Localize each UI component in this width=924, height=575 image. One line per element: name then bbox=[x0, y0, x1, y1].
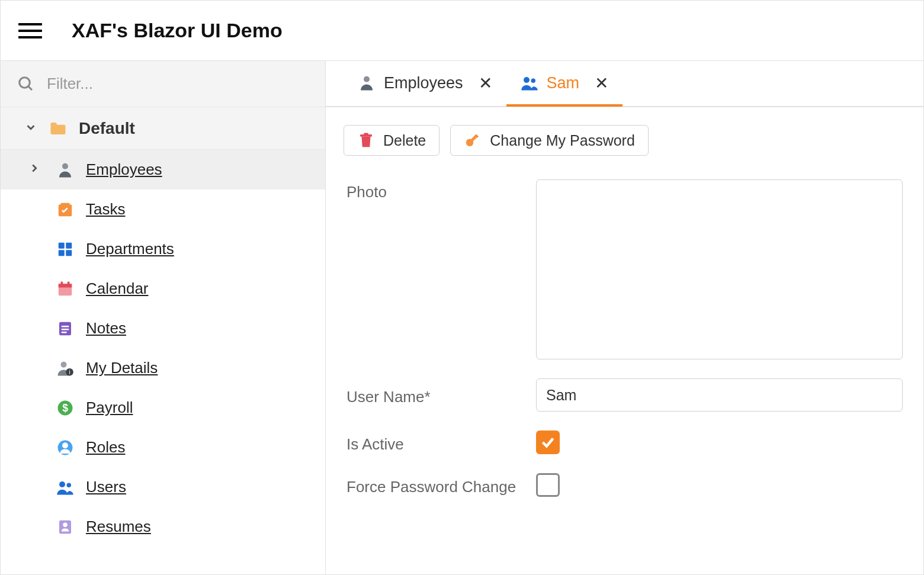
app-title: XAF's Blazor UI Demo bbox=[72, 19, 283, 42]
folder-icon bbox=[49, 120, 67, 137]
sidebar-item-label: My Details bbox=[86, 359, 158, 377]
is-active-label: Is Active bbox=[346, 432, 518, 454]
resume-icon bbox=[56, 518, 74, 536]
svg-rect-10 bbox=[59, 284, 72, 287]
sidebar: Default Employees Tasks Departments Cale… bbox=[1, 61, 326, 574]
svg-point-17 bbox=[61, 361, 67, 367]
sidebar-item-resumes[interactable]: Resumes bbox=[1, 507, 325, 547]
photo-field[interactable] bbox=[536, 179, 903, 359]
svg-line-1 bbox=[28, 86, 32, 89]
notes-icon bbox=[56, 320, 74, 338]
calendar-icon bbox=[56, 280, 74, 298]
tasks-icon bbox=[56, 201, 74, 219]
sidebar-item-notes[interactable]: Notes bbox=[1, 309, 325, 348]
chevron-right-icon bbox=[28, 160, 41, 179]
svg-point-24 bbox=[59, 481, 65, 487]
svg-point-25 bbox=[67, 483, 72, 487]
sidebar-item-label: Resumes bbox=[86, 518, 151, 536]
tab-label: Employees bbox=[384, 74, 463, 92]
tab-label: Sam bbox=[547, 74, 580, 92]
force-password-label: Force Password Change bbox=[346, 474, 518, 496]
sidebar-item-label: Departments bbox=[86, 240, 174, 258]
detail-form: Photo User Name* Is Active Force Passwor… bbox=[326, 162, 923, 515]
chevron-down-icon bbox=[24, 119, 37, 138]
tab-bar: Employees ✕ Sam ✕ bbox=[326, 61, 923, 107]
sidebar-item-label: Employees bbox=[86, 160, 162, 179]
svg-rect-12 bbox=[68, 281, 70, 285]
filter-bar bbox=[1, 61, 325, 107]
svg-text:i: i bbox=[69, 369, 70, 375]
svg-rect-11 bbox=[61, 281, 63, 285]
tab-employees[interactable]: Employees ✕ bbox=[344, 62, 506, 107]
toolbar: Delete Change My Password bbox=[326, 107, 923, 162]
sidebar-item-label: Payroll bbox=[86, 399, 133, 417]
svg-point-30 bbox=[531, 79, 535, 83]
is-active-checkbox[interactable] bbox=[536, 431, 560, 454]
button-label: Change My Password bbox=[490, 132, 635, 149]
sidebar-item-label: Calendar bbox=[86, 280, 149, 298]
sidebar-item-employees[interactable]: Employees bbox=[1, 150, 325, 189]
search-icon bbox=[17, 75, 35, 93]
close-icon[interactable]: ✕ bbox=[479, 73, 492, 93]
nav-group-label: Default bbox=[79, 119, 135, 138]
button-label: Delete bbox=[383, 132, 426, 149]
svg-point-2 bbox=[62, 163, 68, 169]
username-label: User Name* bbox=[346, 384, 518, 406]
users-icon bbox=[521, 74, 538, 92]
svg-rect-32 bbox=[364, 133, 368, 136]
person-info-icon: i bbox=[56, 359, 74, 377]
sidebar-item-departments[interactable]: Departments bbox=[1, 229, 325, 269]
svg-rect-5 bbox=[59, 242, 65, 248]
sidebar-item-label: Users bbox=[86, 478, 126, 496]
person-icon bbox=[56, 161, 74, 179]
sidebar-item-payroll[interactable]: $ Payroll bbox=[1, 388, 325, 428]
svg-text:$: $ bbox=[62, 402, 68, 414]
svg-rect-4 bbox=[61, 203, 70, 205]
delete-button[interactable]: Delete bbox=[344, 125, 439, 156]
person-icon bbox=[358, 74, 376, 92]
svg-point-28 bbox=[364, 76, 370, 82]
app-header: XAF's Blazor UI Demo bbox=[1, 1, 923, 61]
username-input[interactable] bbox=[536, 378, 903, 412]
sidebar-item-users[interactable]: Users bbox=[1, 467, 325, 507]
sidebar-item-label: Tasks bbox=[86, 200, 125, 219]
change-password-button[interactable]: Change My Password bbox=[450, 125, 649, 156]
svg-rect-14 bbox=[62, 326, 69, 327]
main-panel: Employees ✕ Sam ✕ Delete Change My Passw… bbox=[326, 61, 923, 574]
menu-toggle-button[interactable] bbox=[18, 19, 42, 43]
filter-input[interactable] bbox=[47, 75, 309, 93]
sidebar-item-tasks[interactable]: Tasks bbox=[1, 189, 325, 229]
svg-rect-16 bbox=[62, 332, 67, 333]
close-icon[interactable]: ✕ bbox=[595, 73, 608, 93]
svg-rect-8 bbox=[66, 250, 72, 256]
roles-icon bbox=[56, 439, 74, 457]
nav-tree: Default Employees Tasks Departments Cale… bbox=[1, 107, 325, 574]
sidebar-item-label: Roles bbox=[86, 438, 125, 457]
photo-label: Photo bbox=[346, 179, 518, 201]
sidebar-item-calendar[interactable]: Calendar bbox=[1, 269, 325, 309]
key-icon bbox=[464, 131, 482, 149]
svg-rect-15 bbox=[62, 329, 69, 330]
tab-sam[interactable]: Sam ✕ bbox=[506, 62, 623, 107]
sidebar-item-mydetails[interactable]: i My Details bbox=[1, 348, 325, 388]
trash-icon bbox=[357, 131, 375, 149]
sidebar-item-label: Notes bbox=[86, 319, 126, 338]
svg-point-27 bbox=[63, 522, 68, 527]
svg-rect-7 bbox=[59, 250, 65, 256]
nav-group-default[interactable]: Default bbox=[1, 107, 325, 150]
departments-icon bbox=[56, 240, 74, 258]
svg-rect-6 bbox=[66, 242, 72, 248]
svg-point-0 bbox=[20, 77, 30, 88]
svg-point-23 bbox=[62, 442, 68, 448]
svg-point-29 bbox=[524, 77, 530, 83]
sidebar-item-roles[interactable]: Roles bbox=[1, 428, 325, 467]
force-password-checkbox[interactable] bbox=[536, 473, 560, 497]
payroll-icon: $ bbox=[56, 399, 74, 417]
users-icon bbox=[56, 478, 74, 496]
